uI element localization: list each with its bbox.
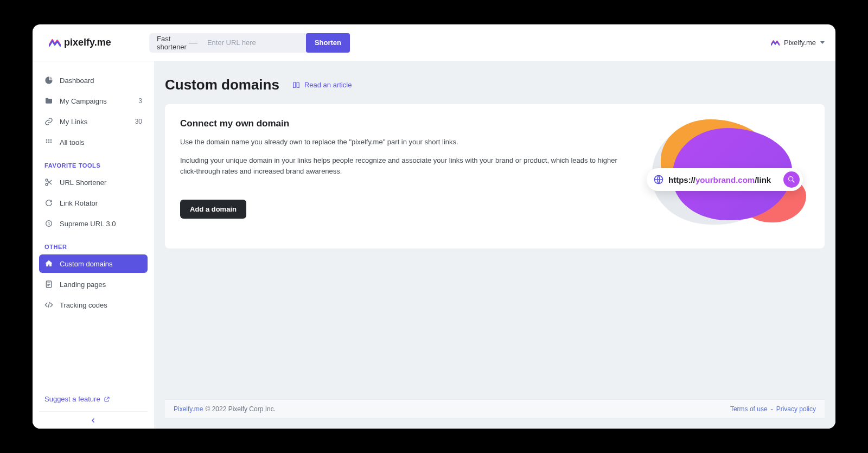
sidebar: Dashboard My Campaigns 3 My Links 30 All… [33,61,154,429]
pill-prefix: https:// [668,175,695,184]
sidebar-item-my-links[interactable]: My Links 30 [39,112,148,131]
logo-mark-small-icon [771,40,780,46]
sidebar-section-favorite: FAVORITE TOOLS [39,154,148,173]
sidebar-item-label: My Links [60,118,87,126]
sidebar-item-link-rotator[interactable]: Link Rotator [39,194,148,212]
sidebar-item-count: 30 [135,118,142,125]
user-menu[interactable]: Pixelfy.me [771,39,825,47]
app-window: pixelfy.me Fast shortener — Shorten Pixe… [33,24,835,429]
topbar: pixelfy.me Fast shortener — Shorten Pixe… [33,24,835,61]
svg-point-1 [48,139,50,141]
shortener-input[interactable] [200,39,306,47]
sidebar-item-label: Supreme URL 3.0 [60,220,116,228]
sidebar-item-landing-pages[interactable]: Landing pages [39,275,148,294]
svg-point-0 [46,139,48,141]
page-icon [44,280,53,289]
shorten-button[interactable]: Shorten [306,33,350,53]
svg-point-12 [789,177,793,181]
read-article-link[interactable]: Read an article [292,81,352,89]
pie-chart-icon [44,76,53,85]
sidebar-item-count: 3 [138,97,142,105]
read-article-label: Read an article [304,81,352,89]
shortener-dash: — [189,38,197,48]
sidebar-item-tracking-codes[interactable]: Tracking codes [39,296,148,314]
link-icon [44,117,53,126]
code-icon [44,301,53,309]
folder-icon [44,97,53,105]
sidebar-item-custom-domains[interactable]: Custom domains [39,254,148,273]
sidebar-item-my-campaigns[interactable]: My Campaigns 3 [39,92,148,110]
sidebar-item-label: Dashboard [60,76,94,85]
svg-text:3: 3 [48,222,50,226]
book-icon [292,81,300,89]
sidebar-section-other: OTHER [39,235,148,254]
sidebar-item-label: URL Shortener [60,178,106,187]
add-domain-button[interactable]: Add a domain [180,200,246,219]
brand-name: pixelfy.me [64,37,111,48]
globe-icon [653,174,664,185]
sidebar-item-label: Tracking codes [60,301,107,309]
fast-shortener: Fast shortener — Shorten [149,33,326,53]
footer-brand-link[interactable]: Pixelfy.me [174,405,203,413]
footer-copyright: © 2022 Pixelfy Corp Inc. [205,405,276,413]
sidebar-item-label: Landing pages [60,280,106,289]
shortener-prefix: Fast shortener [149,35,187,51]
sidebar-item-label: My Campaigns [60,97,107,105]
card-title: Connect my own domain [180,118,634,129]
svg-point-2 [50,139,52,141]
footer: Pixelfy.me © 2022 Pixelfy Corp Inc. Term… [165,399,825,418]
home-icon [44,259,53,268]
footer-sep: - [771,405,773,413]
chevron-down-icon [820,41,825,44]
pill-brand: yourbrand.com [695,175,755,184]
main-content: Custom domains Read an article Connect m… [154,61,835,429]
card-description-2: Including your unique domain in your lin… [180,155,634,177]
page-title: Custom domains [165,76,279,93]
search-icon [783,171,800,188]
suggest-feature-link[interactable]: Suggest a feature [44,395,110,403]
connect-domain-card: Connect my own domain Use the domain nam… [165,104,825,248]
url-pill: https://yourbrand.com/link [647,168,803,191]
sidebar-item-all-tools[interactable]: All tools [39,133,148,151]
rotate-icon [44,199,53,207]
sidebar-item-supreme-url[interactable]: 3 Supreme URL 3.0 [39,214,148,233]
sidebar-item-dashboard[interactable]: Dashboard [39,71,148,90]
suggest-feature-label: Suggest a feature [44,395,100,403]
pill-suffix: /link [755,175,771,184]
body: Dashboard My Campaigns 3 My Links 30 All… [33,61,835,429]
sidebar-item-label: All tools [60,138,85,146]
svg-point-3 [46,142,48,143]
brand-logo[interactable]: pixelfy.me [49,37,138,48]
sidebar-item-url-shortener[interactable]: URL Shortener [39,173,148,192]
user-menu-label: Pixelfy.me [784,39,816,47]
footer-terms-link[interactable]: Terms of use [730,405,768,413]
badge-icon: 3 [44,219,53,228]
grid-icon [44,138,53,146]
external-link-icon [104,396,110,403]
logo-mark-icon [49,39,61,47]
page-header: Custom domains Read an article [165,76,825,93]
sidebar-item-label: Custom domains [60,260,113,268]
svg-point-4 [48,142,50,143]
scissors-icon [44,178,53,187]
sidebar-item-label: Link Rotator [60,199,98,207]
chevron-left-icon [90,417,97,424]
card-description-1: Use the domain name you already own to r… [180,137,634,148]
footer-privacy-link[interactable]: Privacy policy [776,405,816,413]
collapse-sidebar-button[interactable] [39,411,148,429]
domain-illustration: https://yourbrand.com/link [647,118,809,232]
svg-point-5 [50,142,52,143]
